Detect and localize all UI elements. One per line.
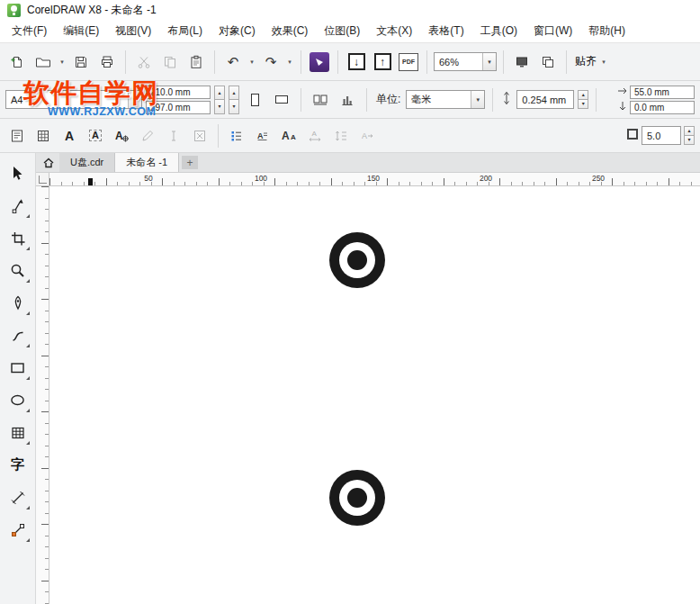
duplicate-y-field[interactable]: 0.0 mm (630, 101, 695, 114)
zoom-caret-icon[interactable]: ▾ (482, 53, 496, 70)
menu-tools[interactable]: 工具(O) (472, 19, 525, 43)
save-button[interactable] (69, 50, 93, 74)
page-size-preset-combo[interactable]: A4 ▾ (5, 90, 142, 109)
canvas[interactable] (49, 186, 700, 604)
menu-window[interactable]: 窗口(W) (525, 19, 580, 43)
toolbox: 字 (0, 153, 36, 604)
rectangle-tool[interactable] (4, 353, 32, 383)
ruler-vertical[interactable] (36, 186, 49, 604)
portrait-button[interactable] (243, 88, 266, 112)
document-area: U盘.cdr 未命名 -1 + 50100150200250 (36, 153, 700, 604)
units-caret-icon[interactable]: ▾ (471, 91, 484, 108)
zoom-tool[interactable] (4, 256, 32, 285)
export-button[interactable]: ↑ (371, 50, 394, 74)
separator (596, 88, 597, 112)
snap-caret-icon: ▾ (599, 59, 608, 66)
ruler-origin-corner[interactable] (36, 173, 49, 186)
menu-object[interactable]: 对象(C) (211, 19, 264, 43)
export-icon: ↑ (374, 53, 391, 70)
duplicate-distance-group: 55.0 mm 0.0 mm (617, 86, 695, 114)
landscape-button[interactable] (270, 88, 293, 112)
duplicate-x-field[interactable]: 55.0 mm (630, 86, 695, 99)
ruler-horizontal[interactable]: 50100150200250 (49, 173, 700, 186)
current-page-button[interactable] (336, 88, 359, 112)
dimension-tool[interactable] (4, 482, 32, 512)
preset-caret-icon[interactable]: ▾ (128, 91, 141, 108)
separator (366, 88, 367, 112)
document-tab-untitled[interactable]: 未命名 -1 (115, 153, 179, 172)
connector-tool[interactable] (4, 515, 32, 545)
undo-button[interactable]: ↶ (221, 50, 245, 74)
ruler-row: 50100150200250 (36, 173, 700, 186)
nudge-spinner[interactable]: ▴▾ (578, 90, 588, 109)
all-pages-button[interactable] (309, 88, 332, 112)
pdf-icon: PDF (399, 53, 418, 71)
character-formatting-button[interactable]: A (58, 124, 81, 148)
shape-tool[interactable] (4, 191, 32, 221)
print-button[interactable] (95, 50, 119, 74)
nudge-offset-field[interactable]: 0.254 mm (516, 90, 574, 109)
grid-button[interactable] (31, 124, 55, 148)
open-button[interactable] (31, 50, 55, 74)
snap-to-button[interactable]: 贴齐 ▾ (573, 54, 610, 69)
redo-button[interactable]: ↷ (259, 50, 283, 74)
character-spacing-button: A (303, 124, 327, 148)
edit-text-frame-button[interactable]: A (84, 124, 107, 148)
menu-effects[interactable]: 效果(C) (264, 19, 317, 43)
welcome-home-button[interactable] (38, 153, 59, 172)
svg-text:A: A (257, 131, 264, 140)
font-size-button[interactable]: AA (277, 124, 301, 148)
document-tab-udisk[interactable]: U盘.cdr (59, 153, 115, 172)
crop-tool[interactable] (4, 223, 32, 253)
text-options-button[interactable] (5, 124, 29, 148)
flyout-icon (26, 538, 30, 542)
menu-file[interactable]: 文件(F) (4, 19, 55, 43)
text-properties-button[interactable]: A (110, 124, 133, 148)
page-width-spinner[interactable]: ▴▾ (214, 86, 225, 114)
fullscreen-preview-button[interactable] (510, 50, 534, 74)
outline-width-spinner[interactable]: ▴▾ (684, 126, 695, 145)
ellipse-tool[interactable] (4, 385, 32, 415)
redo-dropdown-icon[interactable]: ▾ (285, 59, 294, 66)
landscape-icon (275, 95, 288, 104)
table-tool[interactable] (4, 418, 32, 447)
menu-help[interactable]: 帮助(H) (580, 19, 633, 43)
bullet-list-button[interactable] (225, 124, 248, 148)
menu-view[interactable]: 视图(V) (107, 19, 159, 43)
document-tab-label: U盘.cdr (70, 156, 103, 169)
publish-pdf-button[interactable]: PDF (397, 50, 420, 74)
freehand-tool[interactable] (4, 288, 32, 318)
artistic-media-tool[interactable] (4, 320, 32, 350)
menu-text[interactable]: 文本(X) (368, 19, 420, 43)
text-tool[interactable]: 字 (4, 450, 32, 480)
view-mode-button[interactable] (536, 50, 560, 74)
outline-width-field[interactable]: 5.0 (642, 126, 681, 145)
menu-layout[interactable]: 布局(L) (159, 19, 211, 43)
page-size-preset-value: A4 (6, 91, 128, 108)
new-document-button[interactable] (5, 50, 29, 74)
units-combo[interactable]: 毫米 ▾ (406, 90, 485, 109)
menu-edit[interactable]: 编辑(E) (55, 19, 107, 43)
open-dropdown-icon[interactable]: ▾ (58, 59, 67, 66)
text-tool-glyph: 字 (11, 456, 24, 473)
pick-tool[interactable] (4, 158, 32, 188)
search-content-button[interactable] (308, 50, 331, 74)
zoom-level-combo[interactable]: 66% ▾ (434, 52, 497, 71)
portrait-icon (251, 94, 259, 106)
separator (301, 88, 301, 112)
menu-bitmaps[interactable]: 位图(B) (316, 19, 368, 43)
zoom-level-value: 66% (435, 53, 482, 70)
menu-bar: 文件(F) 编辑(E) 视图(V) 布局(L) 对象(C) 效果(C) 位图(B… (0, 20, 700, 43)
page-width-field[interactable]: 210.0 mm (146, 86, 211, 99)
new-document-tab-button[interactable]: + (182, 156, 198, 169)
duplicate-x-icon (617, 86, 628, 99)
import-button[interactable]: ↓ (345, 50, 368, 74)
page-height-spinner[interactable]: ▴▾ (229, 86, 239, 114)
paste-button[interactable] (184, 50, 208, 74)
drop-cap-button[interactable]: A (251, 124, 274, 148)
canvas-shapes[interactable] (49, 186, 700, 604)
main-area: 字 U盘.cdr 未命名 -1 + 50100150200250 (0, 153, 700, 604)
page-height-field[interactable]: 297.0 mm (146, 101, 211, 114)
menu-table[interactable]: 表格(T) (420, 19, 471, 43)
undo-dropdown-icon[interactable]: ▾ (247, 59, 256, 66)
